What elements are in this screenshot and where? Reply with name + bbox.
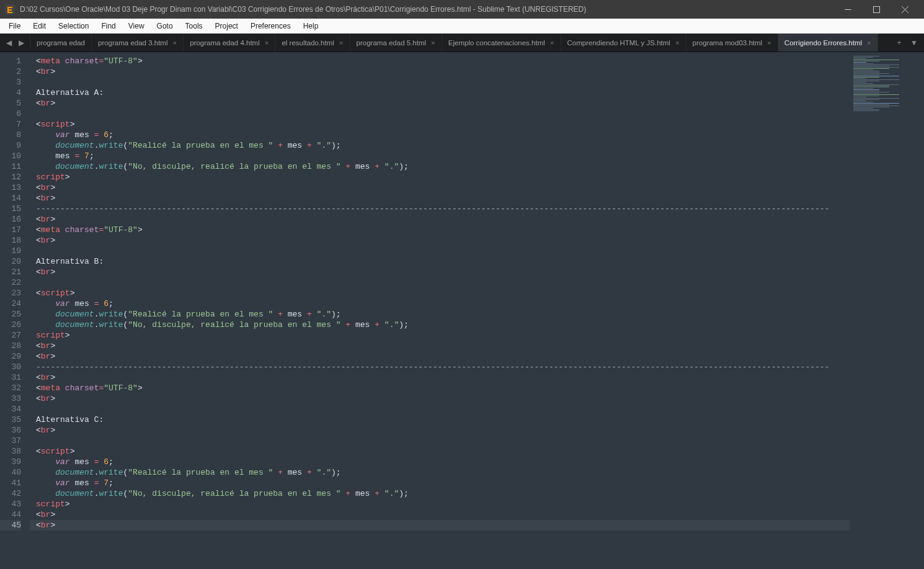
token: ) [331,468,336,477]
tab-close-icon[interactable]: × [173,39,177,47]
token: mes [288,141,302,150]
tab-close-icon[interactable]: × [550,39,554,47]
minimap-line [853,68,889,69]
titlebar: D:\02 Cursos\One Oracle\Mod 03 Deje Prog… [0,0,924,19]
tab-6[interactable]: Comprendiendo HTML y JS.html× [561,34,686,52]
minimap-line [853,77,879,78]
alt-heading: Alternativa A: [36,88,104,97]
line-number: 36 [0,425,21,436]
menu-preferences[interactable]: Preferences [244,20,297,32]
token: > [65,500,70,509]
line-number: 33 [0,393,21,404]
tab-bar: ◀ ▶ programa edadprograma edad 3.html×pr… [0,34,924,52]
token: < [36,510,41,519]
tab-1[interactable]: programa edad 3.html× [92,34,184,52]
tab-close-icon[interactable]: × [339,39,344,47]
tab-3[interactable]: el resultado.html× [275,34,350,52]
nav-back-icon[interactable]: ◀ [4,38,14,48]
close-button[interactable] [891,0,919,19]
menu-help[interactable]: Help [297,20,325,32]
tab-0[interactable]: programa edad [30,34,92,52]
keyword-var: var [55,130,69,140]
minimap-line [853,72,879,73]
new-tab-button[interactable]: + [894,38,904,48]
line-number: 17 [0,225,21,235]
menu-edit[interactable]: Edit [27,20,52,32]
nav-forward-icon[interactable]: ▶ [16,38,26,48]
code-line: document.write("No, disculpe, realicé la… [30,320,850,330]
token: + [375,489,380,498]
minimap-line [853,56,879,56]
tab-close-icon[interactable]: × [431,39,435,47]
code-line [30,109,850,119]
tab-close-icon[interactable]: × [265,39,269,47]
attr-name: charset [65,383,99,393]
code-line: script> [30,172,850,182]
code-line: <br> [30,235,850,246]
tab-close-icon[interactable]: × [867,39,871,47]
token: mes [288,468,302,477]
line-number: 14 [0,193,21,204]
menu-tools[interactable]: Tools [179,20,209,32]
minimap[interactable] [850,52,924,569]
tab-label: Ejemplo concatenaciones.html [448,39,545,47]
minimap-line [853,65,899,65]
tab-close-icon[interactable]: × [675,39,680,47]
tab-8[interactable]: Corrigiendo Errores.html× [778,34,878,52]
token: ; [404,162,409,171]
token: > [70,289,75,298]
object: document [55,489,94,498]
tab-4[interactable]: programa edad 5.html× [350,34,442,52]
token: > [50,67,55,76]
window-title: D:\02 Cursos\One Oracle\Mod 03 Deje Prog… [20,5,833,14]
attr-value: "UTF-8" [104,56,138,66]
token: < [36,521,41,530]
token: > [50,521,55,530]
tag-name: br [41,394,51,403]
tab-7[interactable]: programa mod03.html× [686,34,778,52]
tab-dropdown-icon[interactable]: ▼ [909,38,919,48]
tag-name: br [41,352,51,361]
line-number: 24 [0,298,21,309]
token: > [70,447,75,456]
token: ; [109,457,113,467]
token: + [307,468,312,477]
method: write [99,162,123,171]
minimap-line [853,60,899,60]
menu-selection[interactable]: Selection [52,20,95,32]
maximize-button[interactable] [862,0,891,19]
menu-file[interactable]: File [2,20,27,32]
code-line: document.write("No, disculpe, realicé la… [30,488,850,499]
tab-5[interactable]: Ejemplo concatenaciones.html× [442,34,561,52]
token: = [94,457,99,467]
token: = [94,299,99,308]
token: < [36,215,41,224]
menu-find[interactable]: Find [95,20,122,32]
token: + [345,489,350,498]
object: document [55,141,94,150]
minimap-line [853,103,899,104]
token: < [36,225,41,235]
minimap-line [853,71,879,71]
minimap-line [853,74,879,75]
menu-project[interactable]: Project [209,20,244,32]
minimap-line [853,57,873,58]
method: write [99,489,123,498]
menu-goto[interactable]: Goto [151,20,179,32]
line-number: 1 [0,56,21,66]
tab-close-icon[interactable]: × [767,39,771,47]
code-line: script> [30,499,850,509]
tab-2[interactable]: programa edad 4.html× [184,34,275,52]
line-number-gutter[interactable]: 1234567891011121314151617181920212223242… [0,52,30,569]
code-area[interactable]: <meta charset="UTF-8"><br>Alternativa A:… [30,52,850,569]
token: script> [36,500,70,509]
line-number: 37 [0,436,21,446]
line-number: 31 [0,372,21,383]
code-line: document.write("Realicé la prueba en el … [30,140,850,151]
token: + [375,320,380,329]
minimap-line [853,76,899,76]
token: + [345,320,350,329]
menu-view[interactable]: View [122,20,151,32]
token: mes [74,299,89,308]
minimize-button[interactable] [833,0,862,19]
